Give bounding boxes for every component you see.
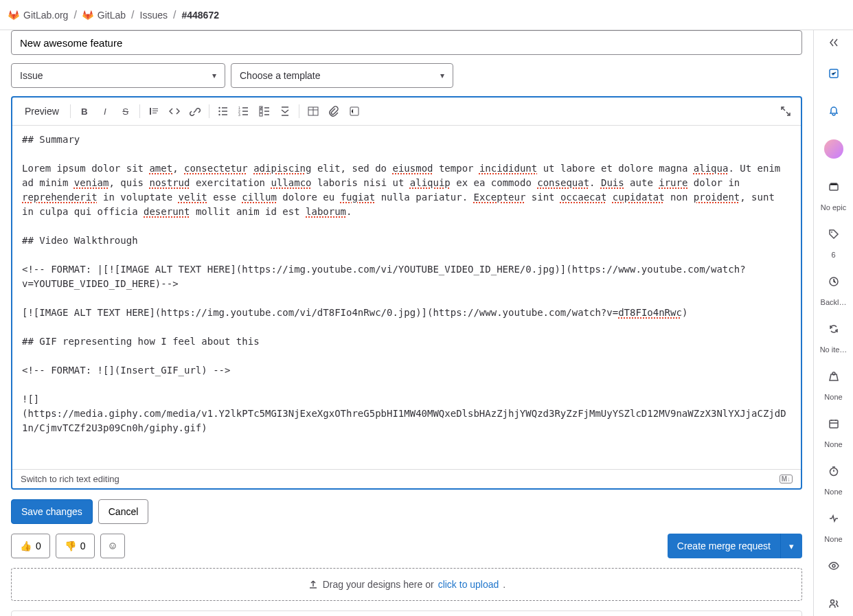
thumbs-up-button[interactable]: 👍 0 [11, 534, 50, 558]
sidebar-collapse-button[interactable] [823, 37, 845, 48]
toolbar-separator [299, 104, 299, 118]
svg-rect-18 [830, 185, 838, 190]
markdown-icon[interactable]: M↓ [780, 475, 793, 483]
description-textarea[interactable]: ## SummaryLorem ipsum dolor sit amet, co… [12, 126, 801, 469]
epic-icon [828, 181, 839, 192]
preview-button[interactable]: Preview [18, 102, 66, 121]
template-select[interactable]: Choose a template ▾ [231, 63, 453, 88]
quick-action-button[interactable] [345, 102, 364, 121]
create-merge-request-button[interactable]: Create merge request [668, 534, 780, 558]
breadcrumb-org[interactable]: GitLab.org [8, 10, 68, 21]
calendar-icon [828, 418, 839, 429]
toolbar-separator [139, 104, 140, 118]
sidebar: No epic 6 Backl… No ite… None None None … [813, 30, 853, 616]
italic-button[interactable]: I [95, 102, 115, 121]
svg-point-12 [111, 545, 112, 546]
sidebar-assignee-button[interactable] [818, 133, 849, 164]
child-items-section: Child items 0 Show labels Add ▾ [11, 611, 802, 616]
sidebar-todo-button[interactable] [818, 58, 849, 89]
svg-point-23 [832, 564, 835, 567]
svg-point-1 [218, 111, 220, 112]
click-to-upload-link[interactable]: click to upload [438, 579, 499, 590]
clock-icon [828, 276, 839, 287]
sidebar-participants-button[interactable] [818, 588, 849, 616]
sidebar-milestone-button[interactable] [818, 266, 849, 297]
health-icon [828, 513, 839, 524]
todo-icon [828, 68, 839, 79]
toolbar-separator [209, 104, 209, 118]
svg-rect-7 [260, 110, 262, 113]
avatar [824, 139, 843, 159]
link-button[interactable] [185, 102, 205, 121]
breadcrumb-project[interactable]: GitLab [82, 10, 126, 21]
svg-point-0 [218, 107, 220, 109]
thumbs-down-button[interactable]: 👎 0 [56, 534, 95, 558]
design-dropzone[interactable]: Drag your designs here or click to uploa… [11, 568, 802, 601]
chevron-left-icon [828, 37, 839, 48]
breadcrumb-separator: / [73, 9, 76, 21]
breadcrumb-issue-id[interactable]: #448672 [181, 10, 219, 21]
sidebar-epic-button[interactable] [818, 171, 849, 202]
save-button[interactable]: Save changes [11, 499, 93, 524]
description-editor: Preview B I S 123 # [11, 96, 802, 490]
eye-icon [828, 560, 839, 571]
numbered-list-button[interactable]: 123 [234, 102, 253, 121]
fullscreen-button[interactable] [776, 102, 795, 121]
timer-icon [828, 466, 839, 477]
users-icon [828, 598, 839, 609]
svg-point-13 [113, 545, 114, 546]
upload-icon [308, 579, 319, 590]
bell-icon [828, 106, 839, 117]
svg-point-19 [831, 231, 832, 233]
gitlab-icon [82, 10, 93, 21]
svg-rect-21 [830, 420, 838, 428]
svg-rect-8 [260, 113, 262, 116]
toolbar-separator [70, 104, 71, 118]
svg-point-11 [110, 543, 115, 549]
iteration-icon [828, 323, 839, 334]
sidebar-health-button[interactable] [818, 503, 849, 534]
sidebar-notifications-button[interactable] [818, 95, 849, 126]
chevron-down-icon: ▾ [212, 71, 216, 80]
task-list-button[interactable] [255, 102, 274, 121]
quote-button[interactable] [144, 102, 163, 121]
gitlab-icon [8, 10, 19, 21]
sidebar-confidential-button[interactable] [818, 550, 849, 581]
svg-text:3: 3 [238, 113, 240, 117]
smiley-icon [109, 540, 116, 551]
chevron-down-icon: ▾ [440, 71, 444, 80]
sidebar-time-tracking-button[interactable] [818, 455, 849, 486]
code-button[interactable] [165, 102, 184, 121]
collapse-button[interactable] [275, 102, 295, 121]
strikethrough-button[interactable]: S [116, 102, 135, 121]
attachment-button[interactable] [324, 102, 343, 121]
bold-button[interactable]: B [75, 102, 94, 121]
bullet-list-button[interactable] [214, 102, 233, 121]
svg-point-24 [830, 600, 834, 603]
add-reaction-button[interactable] [100, 534, 125, 558]
dropzone-text: Drag your designs here or [323, 579, 434, 590]
breadcrumb-separator: / [173, 9, 176, 21]
switch-rich-text-link[interactable]: Switch to rich text editing [21, 474, 120, 484]
breadcrumb: GitLab.org / GitLab / Issues / #448672 [0, 0, 853, 30]
sidebar-due-date-button[interactable] [818, 408, 849, 439]
cancel-button[interactable]: Cancel [98, 499, 149, 524]
sidebar-weight-button[interactable] [818, 361, 849, 391]
sidebar-labels-button[interactable] [818, 218, 849, 249]
label-icon [828, 229, 839, 240]
sidebar-iteration-button[interactable] [818, 313, 849, 344]
weight-icon [828, 371, 839, 382]
breadcrumb-separator: / [131, 9, 134, 21]
svg-point-2 [218, 114, 220, 115]
issue-type-select[interactable]: Issue ▾ [11, 63, 225, 88]
table-button[interactable] [304, 102, 323, 121]
breadcrumb-section[interactable]: Issues [140, 10, 168, 21]
create-mr-dropdown-button[interactable]: ▾ [780, 534, 802, 558]
issue-title-input[interactable] [11, 30, 802, 55]
